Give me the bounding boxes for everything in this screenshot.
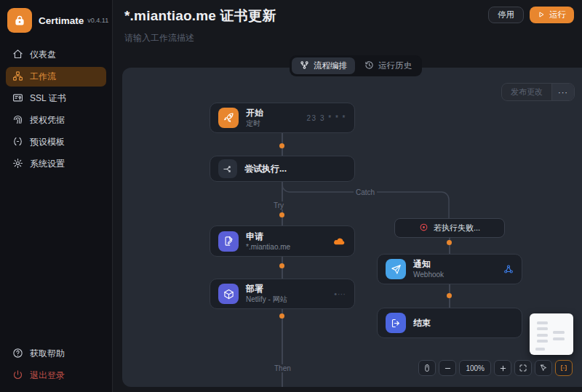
play-icon	[538, 11, 545, 20]
header-actions: 停用 运行	[488, 7, 574, 23]
help-icon	[12, 348, 23, 361]
app-window: Certimate v0.4.11 仪表盘 工作流 SSL 证书	[0, 0, 582, 392]
branch-label-catch: Catch	[354, 188, 377, 196]
certificate-icon	[12, 92, 23, 105]
tab-flow-design[interactable]: 流程编排	[292, 57, 355, 74]
branch-label-then: Then	[272, 364, 293, 372]
zoom-in-button[interactable]	[494, 360, 511, 376]
node-apply[interactable]: 申请 *.miantiao.me	[210, 225, 355, 257]
sidebar-item-settings[interactable]: 系统设置	[6, 154, 106, 174]
disable-button[interactable]: 停用	[488, 7, 524, 23]
paper-plane-icon	[386, 259, 406, 279]
dashboard-home-icon	[12, 49, 23, 62]
node-title: 开始	[246, 108, 263, 118]
minimap-node	[535, 348, 545, 351]
zoom-out-button[interactable]	[439, 360, 456, 376]
node-title: 通知	[413, 259, 444, 269]
minimap-node	[537, 340, 548, 343]
settings-gear-icon	[12, 158, 23, 171]
main-area: *.miantiao.me 证书更新 请输入工作流描述 停用 运行 流程编排	[113, 0, 582, 392]
minimap-node	[553, 331, 565, 334]
publish-changes-button[interactable]: 发布更改	[502, 84, 551, 100]
minimap-toggle-button[interactable]	[555, 360, 573, 376]
minimap-node	[537, 327, 548, 330]
sidebar-item-credentials[interactable]: 授权凭据	[6, 111, 106, 130]
credentials-icon	[12, 114, 23, 127]
record-dot-icon	[419, 223, 428, 233]
logout-power-icon	[12, 369, 23, 383]
minimap-node	[537, 321, 548, 324]
sidebar-item-templates[interactable]: 预设模板	[6, 132, 106, 152]
cron-expression: 23 3 * * *	[307, 114, 346, 122]
node-title: 结束	[413, 318, 431, 328]
app-version: v0.4.11	[87, 17, 108, 24]
run-button[interactable]: 运行	[530, 7, 574, 23]
branch-label-try: Try	[271, 201, 286, 209]
add-node-dot[interactable]	[279, 263, 284, 268]
add-node-dot[interactable]	[447, 240, 452, 245]
workflow-title: *.miantiao.me 证书更新	[124, 7, 276, 25]
more-dots-icon: •⋯	[334, 289, 346, 299]
workflow-description-input[interactable]: 请输入工作流描述	[124, 32, 194, 44]
run-history-icon	[364, 60, 374, 71]
certimate-lock-icon	[7, 8, 32, 33]
node-start[interactable]: 开始 定时 23 3 * * *	[210, 103, 355, 133]
node-notify[interactable]: 通知 Webhook	[377, 254, 522, 284]
zoom-level[interactable]: 100%	[459, 360, 491, 376]
node-title: 若执行失败...	[434, 223, 480, 233]
node-subtitle: *.miantiao.me	[246, 243, 290, 252]
node-catch-block[interactable]: 若执行失败...	[394, 218, 505, 238]
canvas-toolbar: 100%	[418, 360, 573, 376]
node-end[interactable]: 结束	[377, 308, 522, 338]
sidebar-item-workflows[interactable]: 工作流	[6, 67, 106, 87]
sidebar: Certimate v0.4.11 仪表盘 工作流 SSL 证书	[0, 0, 113, 392]
more-options-button[interactable]: ···	[551, 84, 574, 100]
edge-deploy-then	[282, 309, 283, 387]
flow-design-icon	[300, 60, 309, 71]
node-subtitle: Webhook	[413, 271, 444, 279]
tab-run-history[interactable]: 运行历史	[356, 57, 420, 74]
node-title: 申请	[246, 231, 290, 241]
fit-view-button[interactable]	[514, 360, 532, 376]
rocket-icon	[218, 108, 239, 128]
sidebar-footer: 获取帮助 退出登录	[0, 342, 112, 388]
minimap-node	[553, 337, 565, 340]
cloudflare-icon	[332, 236, 346, 246]
node-title: 部署	[246, 284, 287, 294]
brand-row: Certimate v0.4.11	[0, 0, 112, 43]
package-icon	[218, 284, 239, 304]
node-subtitle: Netlify - 网站	[246, 295, 287, 304]
branch-split-icon	[218, 159, 237, 178]
add-node-dot[interactable]	[279, 313, 284, 319]
node-try-block[interactable]: 尝试执行...	[210, 156, 355, 182]
view-tabbar: 流程编排 运行历史	[290, 55, 422, 76]
sidebar-item-ssl-certificates[interactable]: SSL 证书	[6, 89, 106, 108]
minimap-node	[537, 334, 548, 337]
node-subtitle: 定时	[246, 119, 263, 128]
add-node-dot[interactable]	[279, 143, 284, 148]
add-node-dot[interactable]	[279, 212, 284, 217]
pan-mouse-icon[interactable]	[418, 360, 436, 376]
sidebar-item-logout[interactable]: 退出登录	[6, 366, 106, 385]
cursor-select-button[interactable]	[535, 360, 552, 376]
webhook-icon	[503, 264, 514, 274]
file-pen-icon	[218, 231, 239, 252]
sidebar-nav: 仪表盘 工作流 SSL 证书 授权凭据	[0, 45, 112, 174]
sidebar-item-help[interactable]: 获取帮助	[6, 344, 106, 364]
workflow-canvas[interactable]: 发布更改 ··· Try Catch Then	[122, 68, 582, 387]
node-title: 尝试执行...	[244, 164, 287, 174]
workflow-icon	[12, 71, 23, 84]
node-deploy[interactable]: 部署 Netlify - 网站 •⋯	[210, 279, 355, 309]
template-icon	[12, 136, 23, 149]
add-node-dot[interactable]	[447, 293, 452, 298]
brand-name: Certimate	[39, 15, 84, 26]
minimap[interactable]	[530, 313, 573, 355]
sidebar-item-dashboard[interactable]: 仪表盘	[6, 45, 106, 65]
publish-group: 发布更改 ···	[501, 83, 575, 101]
exit-icon	[386, 313, 406, 333]
